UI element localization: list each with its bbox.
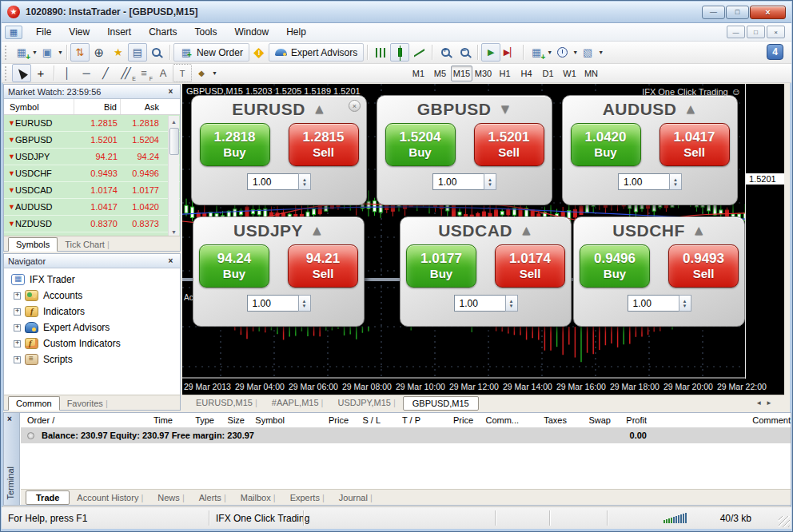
timeframe-button[interactable]: H4 <box>516 66 537 81</box>
navigator-tab[interactable]: Common <box>8 396 60 411</box>
sell-button[interactable]: 1.0174 Sell <box>495 244 565 288</box>
market-watch-row[interactable]: ▼ USDCHF 0.9493 0.9496 <box>4 165 180 182</box>
navigator-item[interactable]: Accounts <box>4 288 180 304</box>
market-watch-scrollbar[interactable]: ▲ ▼ <box>168 116 179 237</box>
terminal-tab[interactable]: Mailbox <box>233 491 283 504</box>
sell-button[interactable]: 1.5201 Sell <box>474 123 544 166</box>
menu-item[interactable]: Insert <box>98 26 140 38</box>
navigator-item[interactable]: Indicators <box>4 304 180 320</box>
new-order-button[interactable]: ▦+New Order <box>173 43 249 62</box>
lot-size-input[interactable] <box>628 295 679 312</box>
lot-stepper[interactable]: ▲▼ <box>669 173 682 190</box>
timeframe-button[interactable]: H1 <box>494 66 516 81</box>
stepper-down-icon[interactable]: ▼ <box>302 304 307 308</box>
lot-size-input[interactable] <box>247 173 298 190</box>
navigator-item[interactable]: Custom Indicators <box>4 335 180 351</box>
terminal-column[interactable]: Order / <box>27 415 54 425</box>
buy-button[interactable]: 1.5204 Buy <box>385 123 456 166</box>
stepper-down-icon[interactable]: ▼ <box>683 304 687 308</box>
navigator-close-icon[interactable]: × <box>165 256 176 265</box>
menu-item[interactable]: File <box>27 26 60 38</box>
menu-item[interactable]: Charts <box>140 26 185 38</box>
navigator-root-item[interactable]: IFX Trader <box>4 272 180 288</box>
market-watch-row[interactable]: ▼ GBPUSD 1.5201 1.5204 <box>4 132 180 149</box>
vertical-line-button[interactable]: │ <box>58 64 77 82</box>
new-chart-button[interactable]: ▦+ <box>12 43 31 62</box>
horizontal-line-button[interactable]: ─ <box>77 64 96 82</box>
zoom-out-button[interactable]: − <box>455 43 474 62</box>
minimize-button[interactable]: — <box>702 6 725 19</box>
expand-plus-icon[interactable] <box>14 292 21 300</box>
terminal-tab[interactable]: Alerts <box>192 491 233 504</box>
chart-area[interactable]: GBPUSD,M15 1.5203 1.5205 1.5189 1.5201 I… <box>182 84 784 395</box>
market-watch-row[interactable]: ▼ EURUSD 1.2815 1.2818 <box>4 115 180 132</box>
text-label-button[interactable]: T <box>173 64 192 82</box>
terminal-close-icon[interactable]: × <box>7 415 12 423</box>
tick-chart-button[interactable]: ⇅ <box>70 43 90 62</box>
timeframe-button[interactable]: M15 <box>451 66 472 81</box>
crosshair-button[interactable]: + <box>31 64 50 82</box>
lot-stepper[interactable]: ▲▼ <box>298 173 311 190</box>
zoom-in-button[interactable]: + <box>436 43 455 62</box>
sell-button[interactable]: 1.2815 Sell <box>289 123 359 166</box>
lot-size-input[interactable] <box>618 173 669 190</box>
warning-button[interactable]: ◆! <box>249 43 269 62</box>
market-watch-toggle-button[interactable]: ▤ <box>128 43 147 62</box>
fibonacci-button[interactable]: ≡F <box>134 64 153 82</box>
terminal-column[interactable]: Profit <box>575 415 647 425</box>
cursor-button[interactable] <box>12 64 31 82</box>
buy-button[interactable]: 1.2818 Buy <box>200 123 270 166</box>
periods-button[interactable] <box>552 43 572 62</box>
data-window-button[interactable] <box>147 43 166 62</box>
chart-tab[interactable]: GBPUSD,M15 <box>403 396 479 411</box>
lot-size-input[interactable] <box>247 295 298 312</box>
bar-chart-type-button[interactable] <box>371 43 390 62</box>
terminal-tab[interactable]: Account History <box>70 491 150 504</box>
scrollbar-thumb[interactable] <box>169 128 179 155</box>
ask-column-header[interactable]: Ask <box>121 99 162 114</box>
buy-button[interactable]: 1.0177 Buy <box>406 244 476 288</box>
market-watch-row[interactable]: ▼ USDCAD 1.0174 1.0177 <box>4 182 180 199</box>
menu-item[interactable]: Tools <box>186 26 226 38</box>
resize-grip[interactable] <box>779 516 790 527</box>
market-watch-close-icon[interactable]: × <box>165 87 176 96</box>
expert-advisors-button[interactable]: Expert Advisors <box>269 43 364 62</box>
panel-close-icon[interactable]: × <box>349 100 361 112</box>
profiles-button[interactable]: ▣ <box>38 43 57 62</box>
market-watch-row[interactable]: ▼ USDJPY 94.21 94.24 <box>4 149 180 165</box>
close-button[interactable]: × <box>750 6 786 19</box>
child-restore-button[interactable]: □ <box>747 26 765 38</box>
navigator-item[interactable]: Scripts <box>4 351 180 367</box>
navigator-tab[interactable]: Favorites <box>60 397 115 410</box>
timeframe-button[interactable]: M30 <box>472 66 494 81</box>
sell-button[interactable]: 94.21 Sell <box>288 244 358 288</box>
market-watch-tab[interactable]: Symbols <box>8 237 58 252</box>
timeframe-button[interactable]: MN <box>580 66 602 81</box>
sell-button[interactable]: 1.0417 Sell <box>660 123 730 166</box>
auto-scroll-button[interactable]: ▶ <box>481 43 500 62</box>
buy-button[interactable]: 94.24 Buy <box>199 244 269 288</box>
menu-item[interactable]: View <box>60 26 98 38</box>
bid-column-header[interactable]: Bid <box>74 99 121 114</box>
menu-item[interactable]: Help <box>277 26 315 38</box>
expand-plus-icon[interactable] <box>14 356 21 363</box>
lot-stepper[interactable]: ▲▼ <box>505 295 518 312</box>
notifications-badge[interactable]: 4 <box>767 44 783 60</box>
indicators-dropdown[interactable]: ▼ <box>547 50 552 55</box>
stepper-down-icon[interactable]: ▼ <box>302 182 307 187</box>
lot-stepper[interactable]: ▲▼ <box>298 295 311 312</box>
smiley-icon[interactable]: ☺ <box>731 86 741 97</box>
expand-plus-icon[interactable] <box>14 324 21 332</box>
terminal-tab[interactable]: Journal <box>332 491 380 504</box>
maximize-button[interactable]: □ <box>726 6 749 19</box>
templates-dropdown[interactable]: ▼ <box>598 50 604 55</box>
lot-size-input[interactable] <box>454 295 505 312</box>
templates-button[interactable]: ▧ <box>578 43 597 62</box>
terminal-column[interactable]: Symbol <box>213 415 285 425</box>
market-watch-tab[interactable]: Tick Chart <box>58 238 117 251</box>
toolbar-grip[interactable] <box>5 46 9 60</box>
expand-plus-icon[interactable] <box>14 308 21 316</box>
symbol-column-header[interactable]: Symbol <box>4 99 74 114</box>
menu-item[interactable]: Window <box>226 26 278 38</box>
buy-button[interactable]: 0.9496 Buy <box>580 244 650 288</box>
